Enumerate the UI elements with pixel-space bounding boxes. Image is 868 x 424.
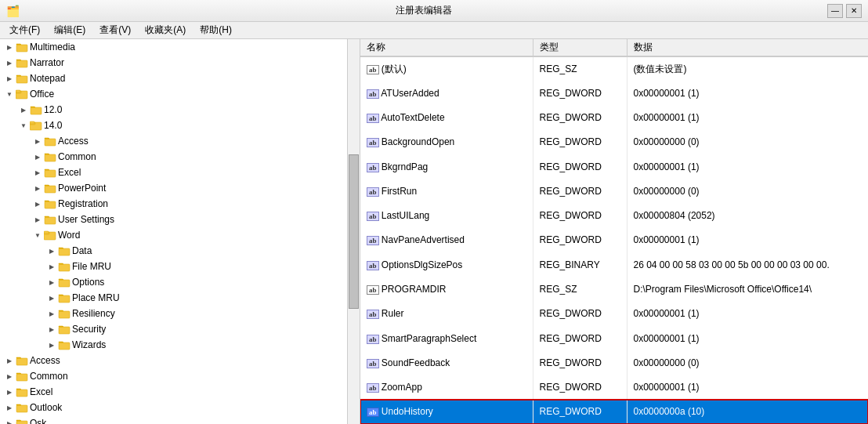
folder-icon-word-options [58,277,71,288]
cell-name-backgroundopen: ab BackgroundOpen [360,130,533,154]
tree-expander-office-12[interactable]: ▶ [17,103,30,116]
tree-item-notepad[interactable]: ▶Notepad [0,71,360,86]
tree-expander-registration[interactable]: ▶ [31,198,44,210]
tree-item-word-security[interactable]: ▶Security [0,321,360,337]
table-row-smartparagraphselect[interactable]: ab SmartParagraphSelectREG_DWORD0x000000… [360,326,868,350]
minimize-button[interactable]: — [827,4,843,18]
tree-item-word-options[interactable]: ▶Options [0,274,360,290]
svg-marker-10 [31,107,35,107]
tree-expander-word-resiliency[interactable]: ▶ [45,307,58,320]
tree-expander-word-options[interactable]: ▶ [45,276,58,288]
cell-type-smartparagraphselect: REG_DWORD [533,326,627,350]
tree-expander-word-filemru[interactable]: ▶ [45,260,58,273]
tree-expander-word[interactable]: ▼ [31,229,44,241]
menu-file[interactable]: 文件(F) [3,23,46,38]
tree-item-common[interactable]: ▶Common [0,149,360,165]
table-row-bkgrndpag[interactable]: ab BkgrndPagREG_DWORD0x00000001 (1) [360,154,868,179]
folder-icon-office-12 [30,104,42,115]
tree-item-excel2[interactable]: ▶Excel [0,384,360,400]
tree-item-narrator[interactable]: ▶Narrator [0,55,360,71]
tree-item-outlook2[interactable]: ▶Outlook [0,400,360,415]
svg-rect-20 [45,186,56,193]
tree-expander-access2[interactable]: ▶ [3,354,16,367]
table-row-optionsdlgsizepos[interactable]: ab OptionsDlgSizePosREG_BINARY26 04 00 0… [360,252,868,277]
tree-item-office-12[interactable]: ▶12.0 [0,102,360,118]
app-icon: 🗂️ [6,5,20,17]
tree-label-access: Access [58,136,89,147]
tree-label-word: Word [58,230,80,241]
tree-expander-excel[interactable]: ▶ [31,166,44,179]
cell-data-default: (数值未设置) [627,56,868,81]
tree-expander-word-wizards[interactable]: ▶ [45,339,58,351]
tree-item-powerpoint[interactable]: ▶PowerPoint [0,180,360,196]
tree-item-word-data[interactable]: ▶Data [0,243,360,259]
svg-rect-45 [16,374,27,381]
tree-item-word[interactable]: ▼Word [0,227,360,243]
table-row-atuseradded[interactable]: ab ATUserAddedREG_DWORD0x00000001 (1) [360,81,868,105]
svg-rect-35 [59,295,70,303]
tree-item-osk[interactable]: ▶Osk [0,415,360,424]
menu-help[interactable]: 帮助(H) [193,23,238,38]
svg-marker-46 [16,373,21,374]
tree-expander-word-data[interactable]: ▶ [45,245,58,257]
tree-item-office-14[interactable]: ▼14.0 [0,118,360,133]
table-row-lastuilang[interactable]: ab LastUILangREG_DWORD0x00000804 (2052) [360,204,868,228]
tree-item-access2[interactable]: ▶Access [0,353,360,368]
cell-data-navpaneadvertised: 0x00000001 (1) [627,228,868,252]
tree-expander-excel2[interactable]: ▶ [3,386,16,398]
tree-expander-office-14[interactable]: ▼ [17,119,30,132]
tree-item-word-resiliency[interactable]: ▶Resiliency [0,306,360,321]
table-row-soundfeedback[interactable]: ab SoundFeedbackREG_DWORD0x00000000 (0) [360,350,868,375]
tree-item-excel[interactable]: ▶Excel [0,165,360,180]
menu-view[interactable]: 查看(V) [93,23,137,38]
window-controls: — ✕ [827,4,862,18]
table-row-default[interactable]: ab (默认)REG_SZ(数值未设置) [360,56,868,81]
tree-panel[interactable]: ▶Multimedia▶Narrator▶Notepad▼Office▶12.0… [0,39,360,424]
menu-edit[interactable]: 编辑(E) [48,23,92,38]
table-row-autotextdelete[interactable]: ab AutoTextDeleteREG_DWORD0x00000001 (1) [360,106,868,130]
table-row-programdir[interactable]: ab PROGRAMDIRREG_SZD:\Program Files\Micr… [360,277,868,301]
cell-name-ruler: ab Ruler [360,302,533,326]
col-header-data[interactable]: 数据 [627,39,868,56]
cell-name-soundfeedback: ab SoundFeedback [360,350,533,375]
tree-expander-common2[interactable]: ▶ [3,370,16,382]
tree-expander-narrator[interactable]: ▶ [3,56,16,69]
tree-expander-osk[interactable]: ▶ [3,417,16,424]
tree-item-multimedia[interactable]: ▶Multimedia [0,39,360,55]
tree-expander-office[interactable]: ▼ [3,88,16,100]
tree-expander-word-placemru[interactable]: ▶ [45,292,58,304]
svg-rect-47 [16,390,27,397]
tree-item-registration[interactable]: ▶Registration [0,196,360,212]
table-row-ruler[interactable]: ab RulerREG_DWORD0x00000001 (1) [360,302,868,326]
tree-item-common2[interactable]: ▶Common [0,368,360,384]
table-row-zoomapp[interactable]: ab ZoomAppREG_DWORD0x00000001 (1) [360,375,868,399]
menu-favorites[interactable]: 收藏夹(A) [139,23,192,38]
cell-type-autotextdelete: REG_DWORD [533,106,627,130]
folder-icon-word-resiliency [58,308,71,319]
tree-expander-multimedia[interactable]: ▶ [3,41,16,53]
tree-item-word-wizards[interactable]: ▶Wizards [0,337,360,353]
svg-rect-22 [45,201,56,208]
close-button[interactable]: ✕ [846,4,862,18]
cell-name-bkgrndpag: ab BkgrndPag [360,154,533,179]
tree-expander-access[interactable]: ▶ [31,135,44,147]
tree-item-access[interactable]: ▶Access [0,133,360,149]
folder-icon-word-placemru [58,292,71,303]
table-row-navpaneadvertised[interactable]: ab NavPaneAdvertisedREG_DWORD0x00000001 … [360,228,868,252]
tree-expander-common[interactable]: ▶ [31,150,44,163]
table-header-row: 名称 类型 数据 [360,39,868,56]
tree-item-usersettings[interactable]: ▶User Settings [0,212,360,227]
col-header-name[interactable]: 名称 [360,39,533,56]
col-header-type[interactable]: 类型 [533,39,627,56]
tree-expander-notepad[interactable]: ▶ [3,72,16,85]
tree-item-word-filemru[interactable]: ▶File MRU [0,259,360,274]
table-row-firstrun[interactable]: ab FirstRunREG_DWORD0x00000000 (0) [360,179,868,203]
table-row-undohistory[interactable]: ab UndoHistoryREG_DWORD0x0000000a (10) [360,400,868,424]
tree-expander-outlook2[interactable]: ▶ [3,401,16,414]
tree-expander-word-security[interactable]: ▶ [45,323,58,335]
tree-item-office[interactable]: ▼Office [0,86,360,102]
tree-expander-usersettings[interactable]: ▶ [31,213,44,226]
table-row-backgroundopen[interactable]: ab BackgroundOpenREG_DWORD0x00000000 (0) [360,130,868,154]
tree-expander-powerpoint[interactable]: ▶ [31,182,44,194]
tree-item-word-placemru[interactable]: ▶Place MRU [0,290,360,306]
